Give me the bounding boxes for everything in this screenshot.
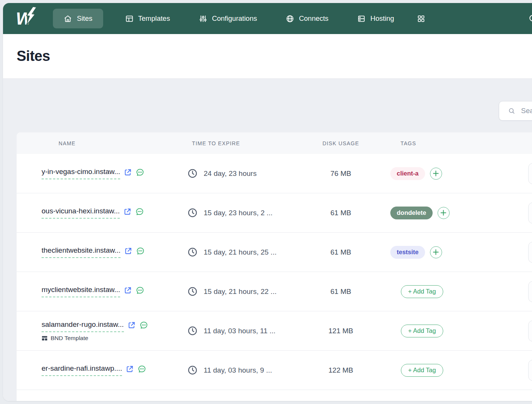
nav-item-connects[interactable]: Connects — [279, 9, 335, 28]
table-row: ous-vicuna-hexi.instaw... 15 day, 23 hou… — [17, 193, 532, 233]
page-title: Sites — [17, 48, 50, 64]
external-link-icon[interactable] — [124, 168, 132, 176]
table-row: myclientwebsite.instaw... 15 day, 21 hou… — [17, 272, 532, 311]
disk-usage: 61 MB — [298, 209, 383, 217]
disk-usage: 121 MB — [298, 327, 383, 335]
add-tag-button[interactable]: + Add Tag — [401, 325, 443, 337]
site-name-link[interactable]: er-sardine-nafi.instawp.... — [42, 364, 122, 376]
tag-pill[interactable]: client-a — [390, 167, 425, 180]
clock-icon — [187, 247, 198, 257]
template-icon — [42, 335, 48, 341]
nav-items: Sites Templates Configurations Connects … — [53, 9, 425, 28]
row-actions-button[interactable] — [528, 320, 532, 342]
disk-usage: 122 MB — [298, 366, 383, 374]
plus-icon — [433, 249, 439, 255]
plus-icon — [433, 171, 439, 176]
external-link-icon[interactable] — [124, 247, 132, 255]
time-to-expire: 11 day, 03 hours, 9 ... — [204, 366, 272, 374]
chat-icon[interactable] — [135, 207, 144, 216]
time-to-expire: 15 day, 21 hours, 22 ... — [204, 287, 277, 296]
nav-label: Templates — [138, 14, 170, 23]
nav-search-button[interactable] — [528, 14, 532, 23]
clock-icon — [187, 286, 198, 297]
search-icon — [528, 14, 532, 23]
time-to-expire: 11 day, 03 hours, 11 ... — [204, 327, 275, 335]
add-tag-plus-button[interactable] — [430, 168, 442, 180]
chat-icon[interactable] — [138, 365, 146, 373]
sliders-icon — [199, 14, 207, 23]
grid-icon — [417, 14, 425, 23]
nav-label: Sites — [77, 14, 92, 23]
row-actions-button[interactable] — [528, 242, 532, 263]
tag-pill[interactable]: testsite — [390, 246, 425, 259]
nav-label: Configurations — [212, 14, 257, 23]
top-nav: W Sites Templates Configurations Connect… — [3, 3, 532, 34]
table-header-row: NAME TIME TO EXPIRE DISK USAGE TAGS — [17, 132, 532, 154]
table-row: er-sardine-nafi.instawp.... 11 day, 03 h… — [17, 351, 532, 390]
template-label: BND Template — [51, 335, 88, 342]
app-window: W Sites Templates Configurations Connect… — [3, 3, 532, 401]
brand-logo[interactable]: W — [16, 9, 36, 28]
column-header-disk: DISK USAGE — [298, 140, 383, 146]
time-to-expire: 24 day, 23 hours — [204, 169, 257, 178]
site-name-link[interactable]: y-in-vegas-cimo.instaw... — [42, 168, 120, 179]
external-link-icon[interactable] — [124, 208, 131, 216]
time-to-expire: 15 day, 21 hours, 25 ... — [204, 248, 277, 256]
clock-icon — [187, 326, 198, 336]
clock-icon — [187, 208, 198, 218]
nav-label: Hosting — [370, 14, 394, 23]
external-link-icon[interactable] — [124, 286, 132, 294]
row-actions-button[interactable] — [528, 360, 532, 381]
column-header-time: TIME TO EXPIRE — [178, 140, 298, 146]
external-link-icon[interactable] — [128, 321, 136, 329]
row-actions-button[interactable] — [528, 163, 532, 184]
table-row: theclientwebsite.instaw... 15 day, 21 ho… — [17, 233, 532, 272]
column-header-tags: TAGS — [383, 140, 532, 146]
search-icon — [508, 106, 515, 115]
nav-label: Connects — [299, 14, 328, 23]
home-icon — [63, 14, 72, 23]
chat-icon[interactable] — [139, 321, 148, 329]
chat-icon[interactable] — [136, 168, 144, 177]
site-name-link[interactable]: myclientwebsite.instaw... — [42, 286, 120, 297]
site-name-link[interactable]: ous-vicuna-hexi.instaw... — [42, 207, 120, 219]
time-to-expire: 15 day, 23 hours, 2 ... — [204, 209, 272, 217]
globe-icon — [286, 14, 294, 23]
table-row: salamander-rugo.instaw... BND Template 1… — [17, 311, 532, 351]
tag-pill[interactable]: dondelete — [390, 207, 433, 219]
server-icon — [357, 14, 366, 23]
site-name-link[interactable]: theclientwebsite.instaw... — [42, 246, 121, 258]
disk-usage: 61 MB — [298, 248, 383, 256]
site-name-link[interactable]: salamander-rugo.instaw... — [42, 320, 124, 332]
search-input[interactable] — [521, 107, 532, 115]
apps-grid-button[interactable] — [417, 14, 425, 23]
disk-usage: 61 MB — [298, 287, 383, 296]
chat-icon[interactable] — [136, 286, 144, 295]
add-tag-button[interactable]: + Add Tag — [401, 285, 443, 298]
chat-icon[interactable] — [136, 247, 145, 255]
add-tag-button[interactable]: + Add Tag — [401, 364, 443, 377]
add-tag-plus-button[interactable] — [438, 207, 450, 219]
clock-icon — [187, 365, 198, 375]
row-actions-button[interactable] — [528, 202, 532, 224]
lightning-bolt-icon — [24, 6, 37, 28]
row-actions-button[interactable] — [528, 281, 532, 302]
column-header-name: NAME — [17, 140, 178, 146]
add-tag-plus-button[interactable] — [430, 246, 442, 258]
plus-icon — [441, 210, 446, 216]
sites-table: NAME TIME TO EXPIRE DISK USAGE TAGS y-in… — [17, 132, 532, 401]
table-row: y-in-vegas-cimo.instaw... 24 day, 23 hou… — [17, 154, 532, 193]
nav-item-hosting[interactable]: Hosting — [350, 9, 401, 28]
search-box[interactable] — [499, 101, 532, 121]
templates-icon — [125, 14, 134, 23]
content-area: NAME TIME TO EXPIRE DISK USAGE TAGS y-in… — [3, 79, 532, 401]
external-link-icon[interactable] — [126, 365, 134, 373]
clock-icon — [187, 168, 198, 179]
nav-item-templates[interactable]: Templates — [118, 9, 177, 28]
nav-item-configurations[interactable]: Configurations — [192, 9, 264, 28]
page-header: Sites — [3, 34, 532, 79]
disk-usage: 76 MB — [298, 169, 383, 178]
nav-item-sites[interactable]: Sites — [53, 9, 103, 28]
